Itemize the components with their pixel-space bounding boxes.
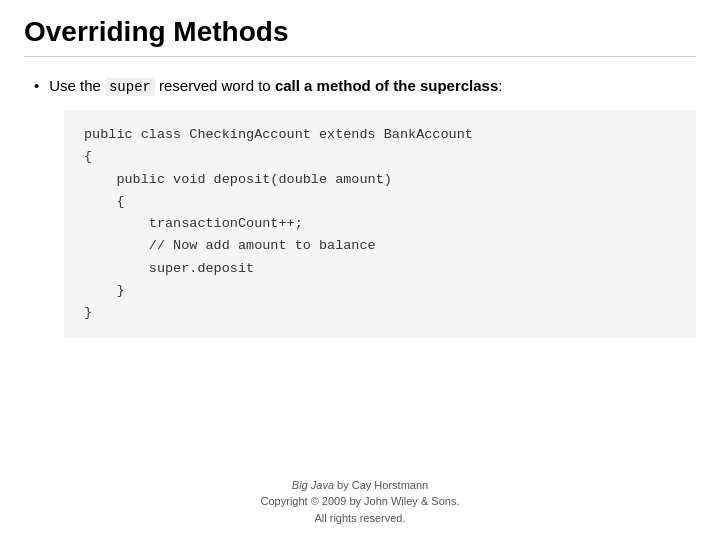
page-title: Overriding Methods	[24, 16, 696, 57]
footer-line2: Copyright © 2009 by John Wiley & Sons.	[0, 493, 720, 510]
code-block: public class CheckingAccount extends Ban…	[64, 110, 696, 338]
footer-line3: All rights reserved.	[0, 510, 720, 527]
bullet-text: • Use the super reserved word to call a …	[34, 77, 696, 96]
footer-italic: Big Java	[292, 479, 334, 491]
bullet-dot: •	[34, 77, 39, 94]
bullet-prefix: Use the	[49, 77, 101, 94]
bold-call: call a method of the superclass	[275, 77, 498, 94]
bullet-suffix: reserved word to call a method of the su…	[159, 77, 502, 94]
page-container: Overriding Methods • Use the super reser…	[0, 0, 720, 540]
super-keyword: super	[105, 78, 155, 96]
footer-line1: Big Java by Cay Horstmann	[0, 477, 720, 494]
footer: Big Java by Cay Horstmann Copyright © 20…	[0, 477, 720, 527]
footer-author: by Cay Horstmann	[337, 479, 428, 491]
bullet-section: • Use the super reserved word to call a …	[34, 77, 696, 338]
